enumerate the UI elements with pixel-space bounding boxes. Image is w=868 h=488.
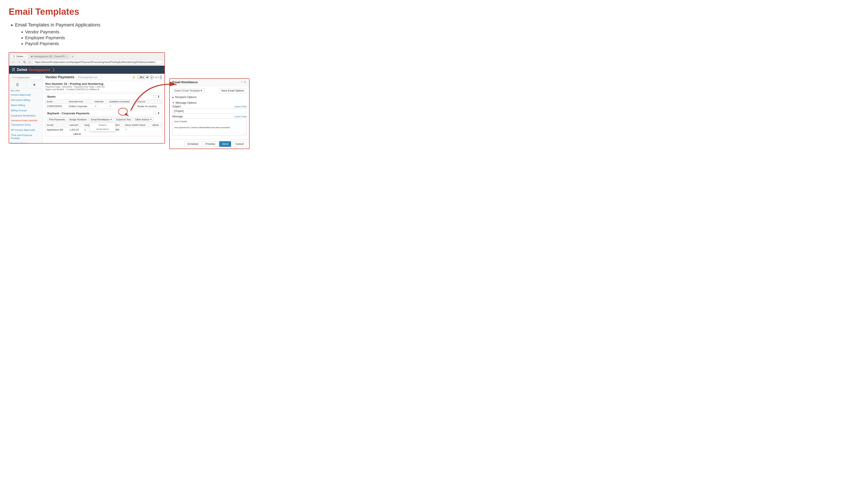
baybank-title: Baybank - Corporate Payments: [47, 112, 90, 115]
search-input[interactable]: [11, 75, 41, 80]
cell-status: Ready for posting: [135, 104, 162, 109]
sidebar-item-invoice-approvals[interactable]: Invoice Approvals: [9, 92, 42, 97]
email-panel-title: Email Remittance: [172, 80, 198, 84]
printed-check: ✓: [95, 105, 97, 107]
home-button[interactable]: ⌂: [28, 60, 31, 64]
email-panel-footer: Schedule Preview Send Cancel: [170, 139, 249, 149]
sidebar-item-posting-review[interactable]: Posting Review: [9, 141, 42, 143]
message-label-row: Message Insert Field: [172, 115, 247, 118]
browser-nav: ← → ↻ ⌂ https://demov55.dvphosted.com/fs…: [11, 60, 163, 64]
collapse-triangle-icon: ▼: [172, 102, 175, 104]
panel-header-icons: ? ✕: [241, 80, 247, 84]
message-field-row: Message Insert Field Dear [ Payee],Your …: [172, 115, 247, 136]
back-button[interactable]: ←: [11, 60, 16, 64]
logo-vantagepoint: Vantagepoint: [28, 68, 50, 72]
vendor-payments-title: Vendor Payments: [45, 75, 74, 79]
sidebar-item-billing-groups[interactable]: Billing Groups: [9, 108, 42, 113]
sidebar-transaction-label: TRANSACTION CENTER: [9, 118, 42, 122]
assign-numbers-btn[interactable]: Assign Numbers: [68, 117, 89, 122]
total-row: 1,823.33: [45, 132, 162, 136]
tab-favicon: 🗋: [13, 55, 16, 58]
cell-number-assigned: ✓: [107, 104, 135, 109]
message-area: Dear [ Payee],Your payment for [ Invoice…: [172, 119, 247, 136]
sidebar-item-batch-billing[interactable]: Batch Billing: [9, 103, 42, 108]
preview-btn[interactable]: Preview: [203, 141, 218, 147]
message-expand-icon[interactable]: ⤡: [244, 132, 245, 135]
baybank-download-icon[interactable]: ⬇: [157, 111, 160, 115]
sidebar-menu-icon[interactable]: ☰: [9, 82, 26, 88]
col-amount: AMOUNT: [68, 123, 83, 127]
template-caret-icon: ▼: [200, 89, 203, 92]
sidebar-search-area: [9, 74, 42, 82]
col-bank: BANK: [45, 100, 67, 104]
message-label: Message: [172, 115, 183, 118]
send-btn[interactable]: Send: [219, 141, 231, 147]
help-icon[interactable]: ?: [241, 80, 243, 84]
prev-page-btn[interactable]: ‹: [151, 75, 152, 79]
new-tab-button[interactable]: +: [70, 55, 74, 58]
col-number-assigned: NUMBER ASSIGNED: [107, 100, 135, 104]
download-icon[interactable]: ⬇: [157, 95, 160, 98]
find-payment-run-input[interactable]: [76, 75, 102, 79]
email-remittance-panel: Email Remittance ? ✕ Select Email Templa…: [169, 78, 250, 149]
email-template-select[interactable]: Select Email Template ▼: [172, 88, 205, 93]
sub-bullets: Vendor Payments Employee Payments Payrol…: [21, 30, 295, 46]
cancel-btn[interactable]: Cancel: [232, 141, 247, 147]
sidebar-item-transaction-entry[interactable]: Transaction Entry ›: [9, 122, 42, 127]
banks-title: Banks: [47, 95, 56, 98]
subject-insert-field-link[interactable]: Insert Field: [235, 105, 247, 108]
tab-close-vp[interactable]: ✕: [66, 55, 68, 58]
print-payments-btn[interactable]: Print Payments: [47, 117, 67, 122]
sidebar-billing-label: BILLING: [9, 88, 42, 92]
dropdown-recipients[interactable]: Recipients: [90, 123, 116, 127]
message-options-section: ▼ Message Options Subject Insert Field M…: [172, 101, 247, 136]
dropdown-specific-address[interactable]: Specific Address: [90, 127, 116, 131]
filter-select[interactable]: ALL: [137, 75, 149, 79]
next-page-btn[interactable]: ›: [160, 75, 162, 79]
cell-memo: [151, 127, 162, 132]
cell-amount: 1,823.33: [68, 127, 83, 132]
table-row: CORPORATE Deltek Corporate ✓ ✓ Ready for…: [45, 104, 162, 109]
schedule-btn[interactable]: Schedule: [184, 141, 202, 147]
tab-close-deltek[interactable]: ✕: [24, 55, 26, 58]
save-email-options-btn[interactable]: Save Email Options: [219, 88, 247, 93]
address-bar[interactable]: https://demov55.dvphosted.com/fsp/app/#!…: [32, 60, 163, 64]
filter-icon: ⚡: [132, 75, 136, 79]
recipient-options-toggle[interactable]: ▶ Recipient Options: [172, 95, 247, 99]
email-remittance-dropdown: Recipients Specific Address: [90, 123, 116, 131]
email-panel-header: Email Remittance ? ✕: [170, 79, 249, 86]
close-icon[interactable]: ✕: [244, 80, 247, 84]
hamburger-icon[interactable]: ☰: [12, 67, 15, 72]
email-remittance-btn[interactable]: Email Remittance ▼ Recipients Specific A…: [89, 117, 114, 122]
col-payee: PAYEE: [45, 123, 68, 127]
other-actions-btn[interactable]: Other Actions ▼: [133, 117, 154, 122]
reload-button[interactable]: ↻: [23, 60, 27, 64]
total-amount: 1,823.33: [45, 132, 83, 136]
browser-tab-deltek[interactable]: 🗋 Deltek ✕: [11, 54, 28, 59]
sidebar-item-employee-realization[interactable]: Employee Realization: [9, 113, 42, 118]
expand-icon[interactable]: ⛶: [153, 95, 156, 98]
sidebar-star-icon[interactable]: ★: [26, 82, 43, 88]
message-options-toggle[interactable]: ▼ Message Options: [172, 101, 247, 105]
forward-button[interactable]: →: [17, 60, 22, 64]
message-insert-field-link[interactable]: Insert Field: [235, 115, 247, 118]
run-detail: Payment Date: 10/3/2022 · Payment Run To…: [45, 86, 162, 88]
sub-bullet-vendor: Vendor Payments: [21, 30, 295, 34]
page-info: 1 of 1: [153, 76, 159, 78]
sidebar-item-time-expense[interactable]: Time and Expense Posting: [9, 132, 42, 141]
col-memo: MEMO: [151, 123, 162, 127]
chevron-right-icon: ›: [40, 124, 41, 126]
browser-tab-vantagepoint[interactable]: ◈ Vantagepoint (NT_DemoVP) ✕: [29, 54, 70, 59]
expand-triangle-icon: ▶: [172, 96, 174, 98]
baybank-expand-icon[interactable]: ⛶: [153, 111, 156, 115]
sidebar-item-ap-invoice[interactable]: AP Invoice Approvals: [9, 127, 42, 132]
app-chevron: ❯: [52, 67, 55, 72]
export-to-text-btn[interactable]: Export to Text: [115, 117, 132, 122]
app-logo: Deltek Vantagepoint: [17, 68, 50, 72]
sidebar-icon-bar: ☰ ★: [9, 82, 42, 88]
run-created: Apple and Bartlett - Created 10/4/2022 b…: [45, 88, 162, 91]
page-title: Email Templates: [9, 6, 295, 17]
subject-input[interactable]: [172, 108, 247, 113]
subject-label-row: Subject Insert Field: [172, 105, 247, 108]
sidebar-item-interactive-billing[interactable]: Interactive Billing: [9, 97, 42, 103]
